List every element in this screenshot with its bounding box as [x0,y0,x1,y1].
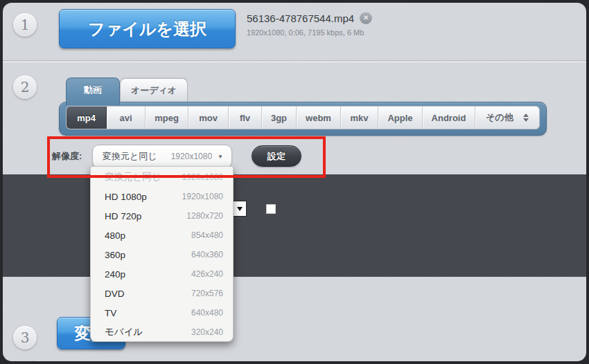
file-name: 56136-478767544.mp4 [247,12,354,24]
format-3gp[interactable]: 3gp [262,107,297,129]
resolution-selected-value: 1920x1080 [171,152,212,161]
format-bar: mp4 avi mpeg mov flv 3gp webm mkv Apple … [66,106,540,129]
tab-video[interactable]: 動画 [66,78,120,105]
no-audio-checkbox[interactable] [266,204,276,214]
format-webm[interactable]: webm [297,107,341,129]
resolution-dropdown: 変換元と同じ 1920x1080 HD 1080p 1920x1080 HD 7… [90,166,234,342]
more-formats-icon[interactable] [523,113,529,122]
step-3-number: 3 [21,329,30,346]
format-apple[interactable]: Apple [378,107,423,129]
step-2-badge: 2 [13,75,37,99]
format-avi[interactable]: avi [107,107,146,129]
dropdown-option-480p[interactable]: 480p 854x480 [91,226,233,245]
format-android[interactable]: Android [423,107,475,129]
file-meta: 1920x1080, 0:06, 7195 kbps, 6 Mb [247,28,372,37]
resolution-selected-name: 変換元と同じ [103,150,157,163]
settings-button[interactable]: 設定 [252,145,301,167]
format-mkv[interactable]: mkv [341,107,378,129]
file-info: 56136-478767544.mp4 ✕ 1920x1080, 0:06, 7… [247,12,372,37]
chevron-down-icon: ▼ [218,154,223,160]
step-2-number: 2 [21,79,30,95]
format-mp4[interactable]: mp4 [67,107,107,129]
resolution-select[interactable]: 変換元と同じ 1920x1080 ▼ [92,145,232,168]
dropdown-option-tv[interactable]: TV 640x480 [91,303,233,322]
dropdown-option-360p[interactable]: 360p 640x360 [91,245,233,264]
tab-audio[interactable]: オーディオ [120,78,188,102]
resolution-label: 解像度: [52,150,82,163]
format-panel: mp4 avi mpeg mov flv 3gp webm mkv Apple … [59,102,547,136]
remove-file-icon[interactable]: ✕ [360,12,372,24]
dropdown-option-hd720p[interactable]: HD 720p 1280x720 [91,206,233,226]
format-other[interactable]: その他 [475,107,539,129]
audio-codec-select-arrow[interactable] [233,201,247,217]
format-flv[interactable]: flv [229,107,262,129]
dropdown-option-240p[interactable]: 240p 426x240 [91,264,233,284]
dropdown-option-mobile[interactable]: モバイル 320x240 [91,322,233,342]
step-1-number: 1 [21,17,30,33]
step-3-badge: 3 [13,326,37,349]
converter-app: 1 ファイルを選択 56136-478767544.mp4 ✕ 1920x108… [3,3,586,361]
step-1-badge: 1 [13,13,37,37]
section-file-select: 1 ファイルを選択 56136-478767544.mp4 ✕ 1920x108… [3,3,586,61]
dropdown-option-dvd[interactable]: DVD 720x576 [91,284,233,303]
select-file-button[interactable]: ファイルを選択 [59,9,236,48]
format-mpeg[interactable]: mpeg [146,107,188,129]
dropdown-option-hd1080p[interactable]: HD 1080p 1920x1080 [91,187,233,206]
dropdown-option-same-as-source[interactable]: 変換元と同じ 1920x1080 [91,167,233,187]
format-mov[interactable]: mov [188,107,229,129]
format-other-label: その他 [486,111,513,124]
